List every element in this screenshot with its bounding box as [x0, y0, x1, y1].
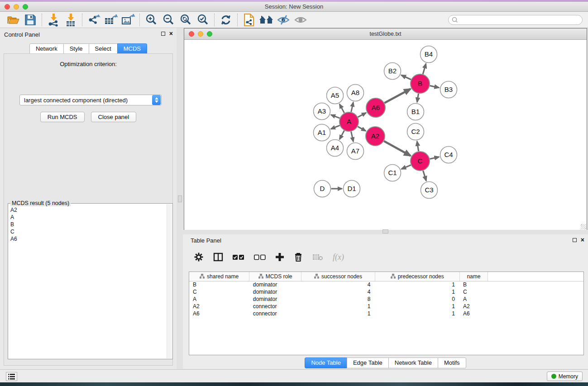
- column-header-MCDS-role[interactable]: MCDS role: [249, 272, 301, 281]
- task-history-button[interactable]: [6, 372, 17, 381]
- zoom-out-icon[interactable]: [160, 13, 177, 27]
- column-header-name[interactable]: name: [459, 272, 488, 281]
- graph-node-C2[interactable]: C2: [407, 124, 424, 140]
- horizontal-split-handle[interactable]: [382, 229, 388, 234]
- close-table-panel-icon[interactable]: ×: [581, 238, 584, 242]
- graph-edge-B-B4[interactable]: [423, 64, 426, 74]
- open-session-icon[interactable]: [5, 13, 22, 27]
- export-table-icon[interactable]: [102, 13, 120, 27]
- hide-selected-icon[interactable]: [275, 13, 292, 27]
- zoom-in-icon[interactable]: [143, 13, 160, 27]
- run-mcds-button[interactable]: Run MCDS: [40, 112, 85, 122]
- graph-node-C4[interactable]: C4: [440, 147, 457, 163]
- tab-mcds[interactable]: MCDS: [117, 43, 147, 54]
- float-panel-icon[interactable]: [161, 32, 165, 36]
- network-canvas[interactable]: B4B2BB3A8A5A6A3B1AC2A1A2A4A7C4CC1DD1C3: [184, 40, 587, 230]
- graph-edge-A-A6[interactable]: [358, 113, 366, 117]
- table-row[interactable]: A2connector11A2: [189, 303, 583, 310]
- zoom-fit-icon[interactable]: [177, 13, 194, 27]
- graph-node-A2[interactable]: A2: [366, 127, 385, 146]
- export-image-icon[interactable]: [120, 13, 137, 27]
- graph-node-C1[interactable]: C1: [384, 165, 401, 181]
- graph-node-A[interactable]: A: [339, 112, 359, 131]
- close-panel-icon[interactable]: ×: [169, 31, 173, 36]
- graph-node-D[interactable]: D: [314, 181, 331, 197]
- table-row[interactable]: Bdominator41B: [189, 281, 583, 288]
- graph-edge-C-C3[interactable]: [423, 171, 426, 181]
- column-header-successor-nodes[interactable]: successor nodes: [301, 272, 375, 281]
- graph-node-C[interactable]: C: [411, 152, 430, 171]
- vertical-split-handle[interactable]: [178, 195, 182, 202]
- graph-edge-C-C4[interactable]: [430, 157, 440, 159]
- table-options-icon[interactable]: [194, 252, 204, 262]
- deselect-all-icon[interactable]: [254, 254, 266, 260]
- tab-motifs[interactable]: Motifs: [438, 357, 466, 368]
- tab-node-table[interactable]: Node Table: [305, 357, 347, 368]
- graph-node-C3[interactable]: C3: [421, 182, 438, 199]
- graph-node-A5[interactable]: A5: [327, 87, 344, 104]
- close-panel-button[interactable]: Close panel: [91, 112, 137, 122]
- graph-edge-B-B2[interactable]: [402, 75, 411, 80]
- graph-node-D1[interactable]: D1: [344, 181, 360, 197]
- network-graph[interactable]: B4B2BB3A8A5A6A3B1AC2A1A2A4A7C4CC1DD1C3: [184, 40, 587, 230]
- graph-node-A7[interactable]: A7: [347, 143, 364, 160]
- select-all-icon[interactable]: [233, 254, 244, 260]
- graph-edge-A-A5[interactable]: [339, 104, 344, 113]
- delete-column-icon[interactable]: [294, 252, 303, 262]
- graph-node-B3[interactable]: B3: [440, 81, 457, 98]
- import-network-icon[interactable]: [45, 13, 62, 27]
- result-item[interactable]: A6: [9, 235, 166, 243]
- export-network-icon[interactable]: [85, 13, 102, 27]
- save-session-icon[interactable]: [22, 13, 39, 27]
- refresh-layout-icon[interactable]: [217, 13, 234, 27]
- graph-node-A1[interactable]: A1: [314, 124, 330, 141]
- graph-node-B[interactable]: B: [411, 74, 430, 93]
- graph-edge-A-A4[interactable]: [339, 130, 344, 139]
- tab-style[interactable]: Style: [63, 43, 89, 54]
- graph-node-B2[interactable]: B2: [384, 63, 401, 80]
- search-input[interactable]: [448, 15, 583, 25]
- graph-node-A4[interactable]: A4: [327, 140, 344, 157]
- network-from-file-icon[interactable]: [240, 13, 258, 27]
- table-row[interactable]: Cdominator41C: [189, 288, 583, 295]
- tab-select[interactable]: Select: [89, 43, 118, 54]
- graph-edge-A6-B[interactable]: [384, 89, 411, 103]
- float-table-panel-icon[interactable]: [573, 238, 577, 242]
- result-scrollbar[interactable]: [167, 204, 172, 358]
- graph-edge-A-A2[interactable]: [358, 127, 366, 131]
- graph-edge-A-A3[interactable]: [331, 115, 339, 118]
- result-item[interactable]: C: [9, 228, 166, 235]
- add-column-icon[interactable]: [275, 253, 284, 262]
- show-hidden-icon[interactable]: [292, 13, 309, 27]
- graph-edge-C-C2[interactable]: [417, 141, 418, 151]
- result-item[interactable]: B: [9, 221, 166, 228]
- memory-button[interactable]: Memory: [547, 372, 583, 381]
- graph-node-A6[interactable]: A6: [366, 98, 385, 117]
- show-columns-icon[interactable]: [213, 253, 223, 262]
- result-item[interactable]: A2: [9, 206, 166, 214]
- graph-node-A3[interactable]: A3: [314, 103, 330, 120]
- column-header-shared-name[interactable]: shared name: [189, 272, 249, 281]
- graph-edge-A2-C[interactable]: [384, 141, 411, 156]
- tab-edge-table[interactable]: Edge Table: [347, 357, 389, 368]
- graph-edge-A-A1[interactable]: [331, 125, 340, 129]
- window-resize-grip[interactable]: [581, 224, 586, 229]
- tab-network-table[interactable]: Network Table: [388, 357, 438, 368]
- graph-node-B1[interactable]: B1: [407, 104, 424, 120]
- graph-edge-A-A7[interactable]: [351, 132, 354, 142]
- import-table-icon[interactable]: [62, 13, 79, 27]
- graph-edge-C-C1[interactable]: [402, 165, 411, 169]
- zoom-selected-icon[interactable]: [194, 13, 211, 27]
- graph-edge-B-B1[interactable]: [417, 94, 418, 102]
- graph-node-A8[interactable]: A8: [347, 85, 364, 101]
- graph-edge-A-A8[interactable]: [351, 102, 354, 112]
- graph-edge-B-B3[interactable]: [430, 86, 439, 87]
- table-row[interactable]: A6connector11A6: [189, 310, 583, 317]
- criterion-select[interactable]: largest connected component (directed): [19, 95, 162, 105]
- result-item[interactable]: A: [9, 214, 166, 221]
- graph-node-B4[interactable]: B4: [421, 46, 437, 63]
- tab-network[interactable]: Network: [29, 43, 64, 54]
- home-layouts-icon[interactable]: [258, 13, 275, 27]
- column-header-predecessor-nodes[interactable]: predecessor nodes: [375, 272, 459, 281]
- table-row[interactable]: Adominator80A: [189, 295, 583, 303]
